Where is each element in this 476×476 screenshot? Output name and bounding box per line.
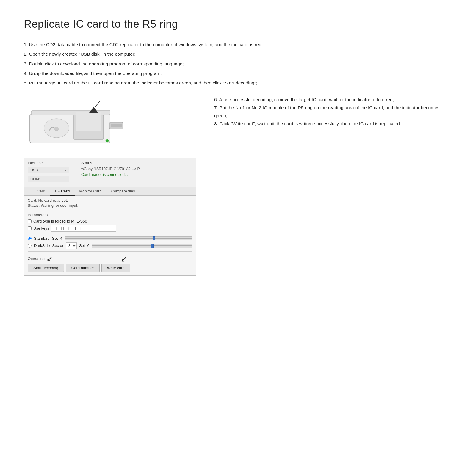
- reader-svg: [24, 95, 125, 151]
- checkbox-mf1-label: Card type is forced to MF1-S50: [33, 219, 87, 223]
- com-value: COM1: [30, 177, 41, 181]
- page-title: Replicate IC card to the R5 ring: [24, 18, 452, 34]
- usb-chevron-icon: ∨: [65, 168, 67, 172]
- params-title: Parameters: [28, 213, 192, 217]
- panel-body: Card: No card read yet. Status: Waiting …: [24, 196, 196, 275]
- write-card-wrapper: ↙ Write card: [101, 264, 130, 272]
- instruction-6: 6. After successful decoding, remove the…: [214, 95, 452, 104]
- status-value-text: wCopy NSR107-IDIC V701A2 --> P: [81, 167, 192, 171]
- svg-marker-8: [89, 107, 98, 113]
- darkside-row: DarkSide Sector 3 0 1 2 4 Set 6: [28, 242, 192, 249]
- interface-status-section: Interface USB ∨ COM1 Status wCopy NSR107…: [24, 158, 196, 186]
- interface-label: Interface: [28, 161, 75, 165]
- two-column-section: Interface USB ∨ COM1 Status wCopy NSR107…: [24, 95, 452, 276]
- darkside-slider-thumb: [151, 244, 154, 248]
- sector-select[interactable]: 3 0 1 2 4: [66, 242, 77, 249]
- tab-lf-card[interactable]: LF Card: [26, 187, 50, 195]
- card-number-button[interactable]: Card number: [66, 264, 100, 272]
- instruction-8: 8. Click "Write card", wait until the ca…: [214, 120, 452, 128]
- status-label: Status: [81, 161, 192, 165]
- svg-rect-7: [76, 112, 101, 131]
- operating-label-row: Operating ↙: [28, 254, 192, 263]
- svg-line-9: [95, 101, 100, 107]
- tab-compare-files[interactable]: Compare files: [107, 187, 140, 195]
- instruction-5: 5. Put the target IC card on the IC card…: [24, 79, 292, 87]
- checkbox-mf1[interactable]: [28, 219, 32, 223]
- standard-slider[interactable]: [65, 236, 192, 240]
- button-row: Start decoding Card number ↙ Write card: [28, 264, 192, 272]
- set-label: Set: [79, 243, 85, 248]
- tab-monitor-card[interactable]: Monitor Card: [75, 187, 107, 195]
- operating-section: Operating ↙ Start decoding Card number ↙…: [28, 254, 192, 272]
- card-status-line: Status: Waiting for user input.: [28, 203, 192, 208]
- standard-label: Standard: [34, 236, 50, 241]
- checkbox-keys-label: Use keys: [33, 226, 49, 231]
- ui-panel-wrapper: Interface USB ∨ COM1 Status wCopy NSR107…: [24, 158, 196, 276]
- standard-row: Standard Set 4: [28, 236, 192, 241]
- svg-rect-3: [111, 124, 122, 127]
- darkside-label: DarkSide: [34, 243, 50, 248]
- standard-set-label: Set: [52, 236, 58, 241]
- set-value: 6: [87, 243, 90, 248]
- write-card-button[interactable]: Write card: [101, 264, 130, 272]
- instruction-7: 7. Put the No.1 or No.2 IC module of the…: [214, 104, 452, 120]
- ui-panel: Interface USB ∨ COM1 Status wCopy NSR107…: [24, 158, 196, 276]
- instruction-2: 2. Open the newly created "USB disk" in …: [24, 50, 292, 58]
- radio-standard[interactable]: [28, 237, 32, 240]
- card-no-card: Card: No card read yet.: [28, 198, 192, 203]
- operating-label: Operating: [28, 256, 45, 261]
- start-decoding-button[interactable]: Start decoding: [28, 264, 64, 272]
- arrow-down-left-icon: ↙: [46, 254, 53, 263]
- interface-column: Interface USB ∨ COM1: [28, 161, 75, 184]
- sector-label: Sector: [52, 243, 63, 248]
- instruction-3: 3. Double click to download the operatin…: [24, 60, 292, 68]
- right-column: 6. After successful decoding, remove the…: [214, 95, 452, 128]
- checkbox-keys[interactable]: [28, 226, 32, 230]
- com-input[interactable]: COM1: [28, 176, 69, 182]
- instruction-1: 1. Use the CD2 data cable to connect the…: [24, 41, 292, 48]
- keys-input[interactable]: [51, 225, 116, 232]
- usb-input[interactable]: USB ∨: [28, 167, 69, 173]
- svg-point-10: [106, 139, 109, 142]
- standard-set-value: 4: [60, 236, 62, 241]
- arrow-down-write-icon: ↙: [121, 254, 127, 264]
- instructions-block: 1. Use the CD2 data cable to connect the…: [24, 41, 292, 87]
- connected-status: Card reader is connected...: [81, 172, 192, 177]
- panel-tabs: LF Card HF Card Monitor Card Compare fil…: [24, 187, 196, 196]
- darkside-slider[interactable]: [92, 244, 192, 248]
- tab-hf-card[interactable]: HF Card: [50, 187, 75, 196]
- status-column: Status wCopy NSR107-IDIC V701A2 --> P Ca…: [81, 161, 192, 184]
- svg-point-5: [54, 127, 59, 131]
- reader-illustration: [24, 95, 125, 152]
- left-column: Interface USB ∨ COM1 Status wCopy NSR107…: [24, 95, 196, 276]
- usb-value: USB: [30, 168, 38, 172]
- checkbox-keys-row: Use keys: [28, 225, 192, 232]
- standard-slider-thumb: [153, 236, 155, 240]
- instruction-4: 4. Unzip the downloaded file, and then o…: [24, 70, 292, 77]
- checkbox-mf1-row: Card type is forced to MF1-S50: [28, 219, 192, 223]
- radio-darkside[interactable]: [28, 244, 32, 248]
